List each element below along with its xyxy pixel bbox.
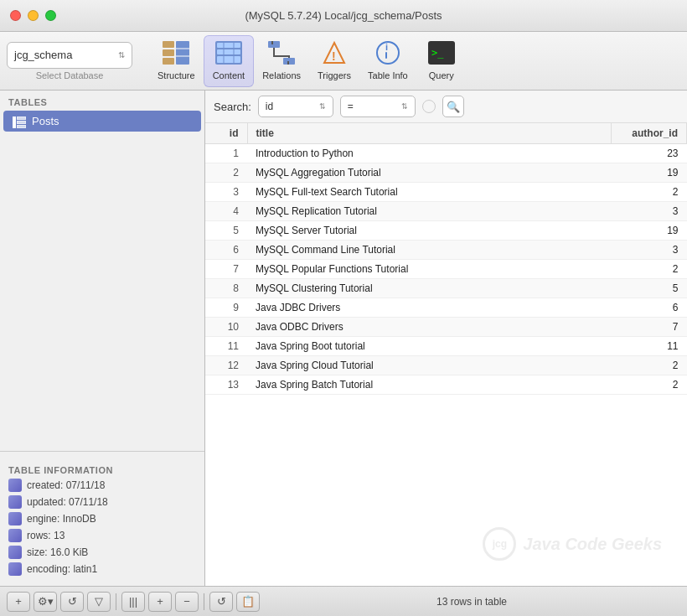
svg-rect-3	[176, 41, 189, 65]
info-encoding-icon	[8, 562, 22, 576]
bottom-divider-2	[204, 593, 204, 610]
table-row[interactable]: 13 Java Spring Batch Tutorial 2	[205, 375, 687, 395]
refresh-button[interactable]: ↺	[60, 592, 84, 612]
tab-triggers[interactable]: ! Triggers	[309, 35, 359, 87]
cell-title: Java Spring Batch Tutorial	[247, 375, 612, 395]
table-row[interactable]: 6 MySQL Command Line Tutorial 3	[205, 241, 687, 260]
cell-author: 7	[612, 318, 687, 337]
table-row[interactable]: 3 MySQL Full-text Search Tutorial 2	[205, 183, 687, 202]
cell-title: Java JDBC Drivers	[247, 298, 612, 318]
content-label: Content	[213, 70, 245, 80]
table-row[interactable]: 4 MySQL Replication Tutorial 3	[205, 202, 687, 221]
search-operator-dropdown[interactable]: = ⇅	[340, 96, 416, 117]
col-header-title: title	[247, 123, 612, 144]
table-row[interactable]: 11 Java Spring Boot tutorial 11	[205, 337, 687, 356]
cell-author: 2	[612, 375, 687, 395]
info-engine: engine: InnoDB	[8, 512, 196, 525]
posts-table-label: Posts	[32, 115, 59, 127]
cell-id: 6	[205, 241, 247, 260]
cell-title: Java Spring Cloud Tutorial	[247, 356, 612, 375]
info-engine-icon	[8, 512, 22, 525]
table-row[interactable]: 9 Java JDBC Drivers 6	[205, 298, 687, 318]
maximize-button[interactable]	[45, 10, 56, 21]
tab-content[interactable]: Content	[204, 35, 255, 87]
settings-button[interactable]: ⚙▾	[34, 592, 57, 612]
toolbar: jcg_schema ⇅ Select Database Structure	[0, 32, 687, 91]
table-row[interactable]: 12 Java Spring Cloud Tutorial 2	[205, 356, 687, 375]
cell-id: 11	[205, 337, 247, 356]
column-view-button[interactable]: |||	[121, 592, 145, 612]
data-table-container[interactable]: id title author_id 1 Introduction to Pyt…	[205, 123, 687, 586]
structure-icon	[163, 41, 189, 68]
main-layout: TABLES Posts TABLE INFORMATION created: …	[0, 91, 687, 586]
search-operator-arrow-icon: ⇅	[401, 102, 408, 111]
triggers-label: Triggers	[318, 70, 351, 80]
search-field-value: id	[266, 101, 273, 112]
svg-text:!: !	[332, 49, 336, 63]
table-icon	[12, 116, 27, 127]
tab-tableinfo[interactable]: i Table Info	[359, 35, 416, 87]
info-updated: updated: 07/11/18	[8, 495, 196, 509]
add-col-button[interactable]: +	[148, 592, 172, 612]
reload-button[interactable]: ↺	[209, 592, 233, 612]
content-area: Search: id ⇅ = ⇅ 🔍 id title author_id	[205, 91, 687, 586]
window-controls	[10, 10, 56, 21]
search-field-arrow-icon: ⇅	[319, 102, 326, 111]
remove-col-button[interactable]: −	[175, 592, 199, 612]
cell-title: Java Spring Boot tutorial	[247, 337, 612, 356]
tab-relations[interactable]: Relations	[254, 35, 309, 87]
info-size-icon	[8, 546, 22, 559]
svg-rect-12	[268, 41, 280, 48]
cell-id: 9	[205, 298, 247, 318]
cell-id: 10	[205, 318, 247, 337]
cell-author: 5	[612, 279, 687, 298]
filter-button[interactable]: ▽	[87, 592, 111, 612]
search-label: Search:	[214, 101, 251, 113]
cell-title: Java ODBC Drivers	[247, 318, 612, 337]
cell-author: 19	[612, 221, 687, 241]
watermark-logo: jcg	[483, 527, 516, 561]
toolbar-buttons: Structure Content	[149, 35, 680, 87]
table-row[interactable]: 10 Java ODBC Drivers 7	[205, 318, 687, 337]
export-button[interactable]: 📋	[236, 592, 260, 612]
table-row[interactable]: 5 MySQL Server Tutorial 19	[205, 221, 687, 241]
cell-id: 2	[205, 163, 247, 183]
svg-rect-0	[163, 41, 174, 48]
search-button[interactable]: 🔍	[442, 96, 464, 117]
table-row[interactable]: 1 Introduction to Python 23	[205, 144, 687, 163]
cell-author: 19	[612, 163, 687, 183]
cell-author: 23	[612, 144, 687, 163]
cell-id: 3	[205, 183, 247, 202]
table-information-section: TABLE INFORMATION created: 07/11/18 upda…	[0, 451, 204, 586]
tableinfo-label: Table Info	[368, 70, 408, 80]
structure-label: Structure	[158, 70, 195, 80]
cell-author: 3	[612, 202, 687, 221]
search-filter-indicator	[422, 100, 436, 113]
tableinfo-icon: i	[374, 41, 401, 68]
svg-rect-15	[287, 61, 289, 65]
minimize-button[interactable]	[28, 10, 39, 21]
add-row-button[interactable]: +	[7, 592, 30, 612]
svg-rect-1	[163, 49, 174, 56]
watermark: jcg Java Code Geeks	[483, 527, 662, 561]
svg-text:i: i	[385, 42, 388, 52]
cell-title: Introduction to Python	[247, 144, 612, 163]
cell-id: 13	[205, 375, 247, 395]
svg-rect-9	[217, 56, 240, 63]
table-row[interactable]: 2 MySQL Aggregation Tutorial 19	[205, 163, 687, 183]
bottom-bar: + ⚙▾ ↺ ▽ ||| + − ↺ 📋 13 rows in table	[0, 586, 687, 616]
table-row[interactable]: 8 MySQL Clustering Tutorial 5	[205, 279, 687, 298]
sidebar-item-posts[interactable]: Posts	[3, 111, 201, 132]
search-field-dropdown[interactable]: id ⇅	[258, 96, 333, 117]
tab-query[interactable]: >_ Query	[416, 35, 467, 87]
sidebar: TABLES Posts TABLE INFORMATION created: …	[0, 91, 205, 586]
table-row[interactable]: 7 MySQL Popular Functions Tutorial 2	[205, 260, 687, 279]
database-selector[interactable]: jcg_schema ⇅	[7, 42, 132, 69]
info-rows-icon	[8, 529, 22, 542]
query-label: Query	[429, 70, 454, 80]
tab-structure[interactable]: Structure	[149, 35, 204, 87]
tables-section-header: TABLES	[0, 91, 204, 111]
data-table: id title author_id 1 Introduction to Pyt…	[205, 123, 687, 395]
close-button[interactable]	[10, 10, 21, 21]
info-created: created: 07/11/18	[8, 479, 196, 492]
